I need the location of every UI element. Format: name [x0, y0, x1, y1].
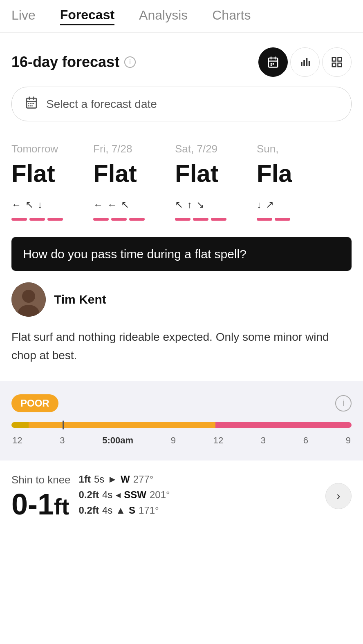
calendar-view-button[interactable]	[258, 47, 288, 77]
svg-rect-12	[338, 58, 342, 61]
bar-seg-3-1	[275, 218, 290, 221]
condition-bars	[0, 215, 363, 224]
nav-item-live[interactable]: Live	[11, 8, 36, 25]
arrow-3-1: ↗	[266, 199, 274, 210]
bar-seg-0-0	[11, 218, 27, 221]
arrow-group-0: ← ↖ ↓	[11, 199, 93, 210]
quality-info-icon[interactable]: i	[335, 395, 352, 411]
wave-stat-2-dir: S	[129, 505, 135, 516]
svg-rect-13	[332, 63, 336, 67]
wave-size-unit: ft	[54, 494, 69, 519]
bar-seg-0-2	[47, 218, 63, 221]
day-label-1: Fri, 7/28	[93, 143, 167, 155]
svg-rect-11	[332, 58, 336, 61]
day-label-3: Sun,	[257, 143, 330, 155]
svg-rect-0	[269, 58, 278, 67]
time-labels: 12 3 5:00am 9 12 3 6 9	[11, 435, 352, 446]
wave-right: 1ft 5s ► W 277° 0.2ft 4s ◂ SSW 201° 0.2f…	[71, 474, 325, 516]
wave-stat-2-val: 0.2ft	[79, 505, 99, 516]
svg-point-27	[22, 290, 35, 303]
bar-seg-1-2	[129, 218, 145, 221]
grid-view-button[interactable]	[322, 47, 352, 77]
nav-item-analysis[interactable]: Analysis	[139, 8, 188, 25]
avatar-image	[11, 282, 46, 317]
wave-stat-1-dir: SSW	[124, 489, 146, 501]
promo-text: How do you pass time during a flat spell…	[23, 246, 340, 262]
arrows-row: ← ↖ ↓ ← ← ↖ ↖ ↑ ↘ ↓ ↗	[0, 195, 363, 215]
bar-seg-2-0	[175, 218, 190, 221]
forecast-scroll[interactable]: Tomorrow Flat Fri, 7/28 Flat Sat, 7/29 F…	[0, 134, 363, 195]
date-picker[interactable]: Select a forecast date	[11, 87, 352, 121]
forecast-info-icon[interactable]: i	[124, 56, 136, 68]
date-picker-calendar-icon	[25, 96, 38, 112]
time-label-0: 12	[12, 435, 22, 446]
quality-time-marker	[63, 420, 64, 429]
wave-stat-2-arrow: ▲	[116, 505, 125, 516]
time-label-3: 9	[171, 435, 176, 446]
wave-stat-1: 0.2ft 4s ◂ SSW 201°	[79, 489, 317, 501]
bar-group-3	[257, 218, 338, 221]
svg-rect-23	[28, 105, 29, 107]
day-label-2: Sat, 7/29	[175, 143, 249, 155]
bar-seg-1-0	[93, 218, 109, 221]
wave-stat-0-arrow: ►	[108, 474, 117, 485]
nav-item-forecast[interactable]: Forecast	[60, 7, 114, 25]
arrow-group-1: ← ← ↖	[93, 199, 175, 210]
wave-left: Shin to knee 0-1ft	[11, 474, 71, 519]
day-condition-1: Flat	[93, 159, 167, 188]
wave-stat-0-dir: W	[121, 474, 130, 485]
day-condition-0: Flat	[11, 159, 85, 188]
arrow-2-1: ↑	[187, 199, 192, 210]
promo-banner[interactable]: How do you pass time during a flat spell…	[11, 237, 352, 271]
date-picker-label: Select a forecast date	[46, 98, 157, 111]
nav-bar: Live Forecast Analysis Charts	[0, 0, 363, 33]
forecast-day-2[interactable]: Sat, 7/29 Flat	[175, 143, 257, 195]
svg-rect-6	[271, 65, 272, 67]
svg-rect-4	[271, 63, 272, 65]
forecast-title-text: 16-day forecast	[11, 54, 119, 71]
forecast-day-1[interactable]: Fri, 7/28 Flat	[93, 143, 175, 195]
bar-group-1	[93, 218, 175, 221]
wave-stat-1-deg: 201°	[150, 489, 170, 501]
nav-item-charts[interactable]: Charts	[212, 8, 251, 25]
arrow-1-2: ↖	[121, 199, 129, 210]
arrow-2-2: ↘	[196, 199, 204, 210]
svg-rect-5	[273, 63, 274, 65]
day-condition-3: Fla	[257, 159, 330, 188]
time-label-4: 12	[213, 435, 223, 446]
wave-detail-button[interactable]: ›	[325, 483, 352, 509]
wave-size-label: Shin to knee	[11, 474, 71, 486]
author-name: Tim Kent	[54, 293, 106, 306]
bar-view-button[interactable]	[290, 47, 320, 77]
forecast-days: Tomorrow Flat Fri, 7/28 Flat Sat, 7/29 F…	[0, 143, 363, 195]
svg-rect-21	[31, 103, 33, 104]
quality-bar-container	[11, 422, 352, 428]
bar-seg-1-1	[111, 218, 127, 221]
arrow-0-1: ↖	[25, 199, 34, 210]
svg-rect-22	[33, 103, 34, 104]
forecast-day-0[interactable]: Tomorrow Flat	[11, 143, 93, 195]
svg-rect-14	[338, 63, 342, 67]
day-label-0: Tomorrow	[11, 143, 85, 155]
view-toggle	[258, 47, 352, 77]
wave-info-row: Shin to knee 0-1ft 1ft 5s ► W 277° 0.2ft…	[0, 461, 363, 532]
forecast-day-3[interactable]: Sun, Fla	[257, 143, 338, 195]
svg-rect-19	[28, 103, 29, 104]
arrow-0-0: ←	[11, 199, 21, 210]
wave-stat-0-deg: 277°	[133, 474, 154, 485]
quality-header: POOR i	[11, 394, 352, 412]
time-label-7: 9	[346, 435, 351, 446]
time-label-5: 3	[261, 435, 266, 446]
arrow-2-0: ↖	[175, 199, 183, 210]
arrow-1-0: ←	[93, 199, 103, 210]
author-row: Tim Kent	[0, 282, 363, 328]
svg-rect-9	[306, 58, 308, 66]
wave-stat-0-period: 5s	[94, 474, 104, 485]
wave-size-number: 0-1	[11, 488, 54, 521]
bar-chart-icon	[299, 56, 311, 68]
bar-seg-2-1	[193, 218, 208, 221]
avatar	[11, 282, 46, 317]
wave-stat-0: 1ft 5s ► W 277°	[79, 474, 317, 485]
time-label-1: 3	[60, 435, 65, 446]
forecast-title: 16-day forecast i	[11, 54, 136, 71]
